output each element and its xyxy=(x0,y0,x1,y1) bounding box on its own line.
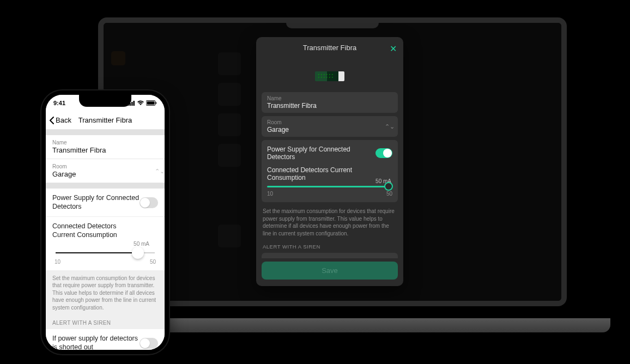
svg-rect-3 xyxy=(134,101,135,106)
phone-page-title: Transmitter Fibra xyxy=(78,116,132,124)
consumption-slider[interactable]: 50 mA 10 50 xyxy=(46,240,165,270)
wifi-icon xyxy=(137,100,144,106)
room-label: Room xyxy=(267,119,392,125)
phone-notch xyxy=(79,95,131,107)
chevron-updown-icon: ⌃⌄ xyxy=(385,123,395,130)
chevron-left-icon xyxy=(49,117,54,124)
consumption-header: Connected Detectors Current Consumption xyxy=(46,217,165,239)
save-button[interactable]: Save xyxy=(262,262,398,280)
psu-label: Power Supply for Connected Detectors xyxy=(267,145,375,161)
chevron-updown-icon: ⌃⌄ xyxy=(155,167,165,174)
room-select[interactable]: Room Garage ⌃⌄ xyxy=(262,116,398,137)
modal-header: Transmitter Fibra ✕ xyxy=(256,37,403,58)
name-value: Transmitter Fibra xyxy=(52,146,158,154)
siren-section-label: ALERT WITH A SIREN xyxy=(46,317,165,329)
phone-navbar: Back Transmitter Fibra xyxy=(46,111,165,130)
consumption-label: Connected Detectors Current Consumption xyxy=(267,166,392,181)
siren-toggle[interactable] xyxy=(140,338,158,349)
room-label: Room xyxy=(52,163,158,169)
name-value: Transmitter Fibra xyxy=(267,102,392,110)
slider-max: 50 xyxy=(386,191,392,197)
svg-rect-6 xyxy=(156,102,157,104)
psu-row: Power Supply for Connected Detectors xyxy=(46,189,165,217)
siren-shortout-row: If power supply for detectors is shorted… xyxy=(46,329,165,350)
psu-label: Power Supply for Connected Detectors xyxy=(52,194,140,211)
help-text: Set the maximum consumption for devices … xyxy=(262,205,398,242)
siren-section-label: ALERT WITH A SIREN xyxy=(262,242,398,253)
laptop-notch xyxy=(286,22,379,28)
modal-title: Transmitter Fibra xyxy=(303,44,356,52)
phone-screen: 9:41 Back Transmitter Fibra Name Transmi… xyxy=(46,95,165,350)
svg-rect-2 xyxy=(131,102,133,106)
name-field[interactable]: Name Transmitter Fibra xyxy=(46,135,165,159)
slider-max: 50 xyxy=(150,259,156,265)
close-icon[interactable]: ✕ xyxy=(390,44,397,54)
name-label: Name xyxy=(267,95,392,101)
status-time: 9:41 xyxy=(53,100,65,106)
slider-min: 10 xyxy=(54,259,60,265)
svg-rect-5 xyxy=(147,101,155,105)
battery-icon xyxy=(146,100,157,106)
room-value: Garage xyxy=(267,126,392,134)
power-group: Power Supply for Connected Detectors Con… xyxy=(262,140,398,202)
slider-min: 10 xyxy=(267,191,273,197)
name-label: Name xyxy=(52,139,158,145)
consumption-label: Connected Detectors Current Consumption xyxy=(52,222,140,239)
room-select[interactable]: Room Garage ⌃⌄ xyxy=(46,159,165,183)
psu-toggle[interactable] xyxy=(140,197,158,208)
device-image xyxy=(315,71,344,81)
phone-mockup: 9:41 Back Transmitter Fibra Name Transmi… xyxy=(41,90,169,354)
consumption-slider[interactable]: 50 mA 10 50 xyxy=(267,186,392,197)
device-settings-modal: Transmitter Fibra ✕ Name Transmitter Fib… xyxy=(256,37,403,286)
slider-value-label: 50 mA xyxy=(52,241,158,247)
room-value: Garage xyxy=(52,170,158,178)
slider-thumb[interactable] xyxy=(384,182,393,191)
help-text: Set the maximum consumption for devices … xyxy=(46,270,165,317)
psu-toggle[interactable] xyxy=(375,148,392,158)
back-button[interactable]: Back xyxy=(46,116,71,124)
siren-row-label: If power supply for detectors is shorted… xyxy=(52,335,140,350)
siren-row-peek xyxy=(262,253,398,258)
slider-thumb[interactable] xyxy=(132,247,144,259)
name-field[interactable]: Name Transmitter Fibra xyxy=(262,92,398,113)
